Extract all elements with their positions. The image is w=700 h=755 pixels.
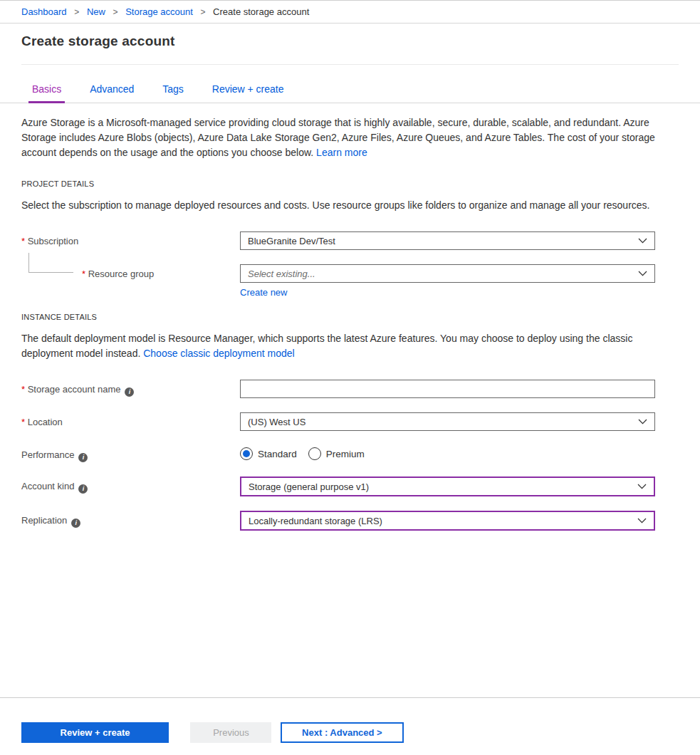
replication-selected-value: Locally-redundant storage (LRS) [249,516,382,526]
previous-button[interactable]: Previous [190,722,271,743]
account-kind-label: Account kind [21,477,240,494]
instance-details-heading: INSTANCE DETAILS [21,313,679,321]
footer-action-bar: Review + create Previous Next : Advanced… [0,697,700,743]
radio-unselected-icon [308,447,321,460]
instance-details-description: The default deployment model is Resource… [21,331,678,361]
breadcrumb-new[interactable]: New [87,6,105,17]
performance-premium-radio[interactable]: Premium [308,447,365,460]
project-details-heading: PROJECT DETAILS [21,179,679,188]
storage-account-name-label-text: Storage account name [21,384,120,395]
storage-account-name-input[interactable] [240,380,655,398]
subscription-label: Subscription [21,231,240,246]
subscription-row: Subscription BlueGranite Dev/Test [21,231,679,250]
breadcrumb: Dashboard > New > Storage account > Crea… [0,1,700,24]
info-icon[interactable] [125,387,134,397]
location-select[interactable]: (US) West US [240,412,655,431]
info-icon[interactable] [71,519,80,528]
account-kind-select[interactable]: Storage (general purpose v1) [240,477,655,496]
breadcrumb-separator: > [200,7,205,17]
choose-classic-deployment-link[interactable]: Choose classic deployment model [143,348,294,359]
instance-details-form: Storage account name Location (US) West … [21,380,679,531]
chevron-down-icon [637,484,647,489]
location-row: Location (US) West US [21,412,679,431]
chevron-down-icon [638,419,647,425]
tab-review-create[interactable]: Review + create [209,82,288,101]
info-icon[interactable] [78,484,88,494]
location-label: Location [21,412,240,427]
project-details-form: Subscription BlueGranite Dev/Test Resour… [21,231,679,298]
chevron-down-icon [637,518,647,524]
learn-more-link[interactable]: Learn more [316,147,367,158]
chevron-down-icon [638,271,647,276]
performance-premium-label: Premium [326,449,365,459]
resource-group-row: Resource group Select existing... Create… [21,264,679,298]
replication-label: Replication [21,511,240,528]
resource-group-placeholder: Select existing... [248,269,315,279]
replication-label-text: Replication [21,515,67,526]
account-kind-selected-value: Storage (general purpose v1) [249,481,369,492]
title-divider [21,64,679,65]
create-new-link[interactable]: Create new [240,287,287,298]
account-kind-label-text: Account kind [21,481,74,491]
account-kind-row: Account kind Storage (general purpose v1… [21,477,679,496]
resource-group-label: Resource group [21,264,240,279]
subscription-label-text: Subscription [21,236,78,246]
performance-radio-group: Standard Premium [240,445,655,460]
intro-paragraph: Azure Storage is a Microsoft-managed ser… [21,115,678,160]
breadcrumb-dashboard[interactable]: Dashboard [21,6,67,17]
page-header: Create storage account [0,24,700,65]
performance-label-text: Performance [21,449,74,460]
tab-basics[interactable]: Basics [28,82,65,103]
project-details-description: Select the subscription to manage deploy… [21,198,678,213]
next-advanced-button[interactable]: Next : Advanced > [281,722,404,743]
breadcrumb-storage-account[interactable]: Storage account [125,6,193,17]
resource-group-field: Select existing... Create new [240,264,655,298]
basics-tab-content: Azure Storage is a Microsoft-managed ser… [0,115,700,531]
instance-details-description-text: The default deployment model is Resource… [21,333,632,359]
performance-row: Performance Standard Premium [21,445,679,462]
location-selected-value: (US) West US [248,417,305,427]
breadcrumb-current-page: Create storage account [213,6,309,17]
tab-tags[interactable]: Tags [159,82,187,101]
location-label-text: Location [21,417,63,427]
breadcrumb-separator: > [113,7,118,17]
review-create-button[interactable]: Review + create [21,722,169,743]
breadcrumb-separator: > [74,7,79,17]
resource-group-label-text: Resource group [82,269,154,279]
performance-standard-label: Standard [258,449,297,459]
tree-connector-line [28,253,73,273]
tab-advanced[interactable]: Advanced [86,82,137,101]
performance-standard-radio[interactable]: Standard [240,447,297,460]
chevron-down-icon [638,238,647,244]
radio-selected-icon [240,447,253,460]
subscription-select[interactable]: BlueGranite Dev/Test [240,231,655,250]
storage-account-name-row: Storage account name [21,380,679,398]
performance-label: Performance [21,445,240,462]
info-icon[interactable] [78,453,88,462]
storage-account-name-label: Storage account name [21,380,240,397]
subscription-selected-value: BlueGranite Dev/Test [248,236,335,246]
tab-bar: Basics Advanced Tags Review + create [0,82,700,103]
resource-group-select[interactable]: Select existing... [240,264,655,283]
replication-row: Replication Locally-redundant storage (L… [21,511,679,531]
replication-select[interactable]: Locally-redundant storage (LRS) [240,511,655,531]
page-title: Create storage account [21,33,679,49]
